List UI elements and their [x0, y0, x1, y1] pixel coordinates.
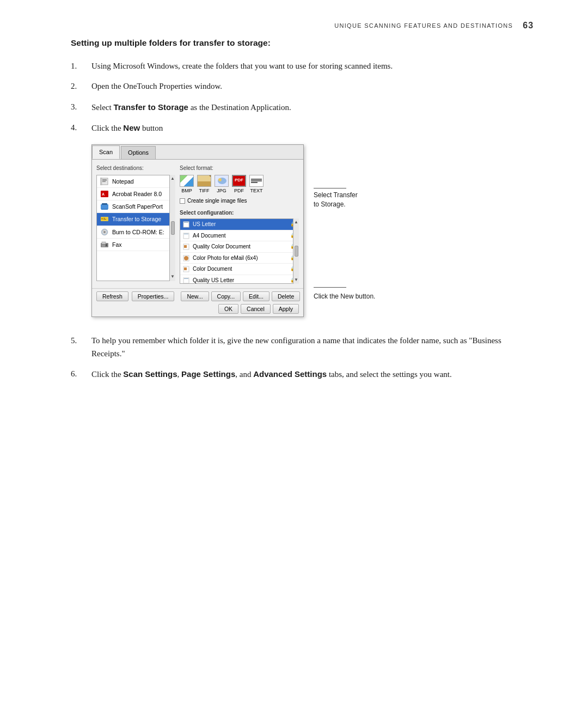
apply-button[interactable]: Apply: [273, 304, 299, 314]
config-scroll-up: ▲: [294, 219, 298, 226]
config-color-doc-icon: [183, 266, 191, 272]
step-1-text: Using Microsoft Windows, create the fold…: [91, 60, 534, 72]
cancel-button[interactable]: Cancel: [241, 304, 271, 314]
destinations-container: Notepad A: [96, 175, 175, 281]
create-single-label: Create single image files: [187, 197, 247, 205]
destinations-scrollbar[interactable]: ▲ ▼: [169, 175, 175, 281]
svg-rect-13: [103, 219, 106, 220]
options-tab[interactable]: Options: [121, 146, 156, 159]
dialog-window: Scan Options Select destinations:: [91, 144, 304, 317]
svg-rect-33: [184, 234, 188, 234]
properties-button[interactable]: Properties...: [132, 291, 175, 301]
config-quality-us-label: Quality US Letter: [193, 276, 234, 284]
svg-rect-41: [184, 278, 188, 279]
step-6-text: Click the Scan Settings, Page Settings, …: [91, 368, 534, 381]
callout-annotations: Select Transferto Storage. Click the New…: [314, 144, 375, 302]
svg-rect-1: [102, 179, 107, 180]
bmp-icon-img: [180, 175, 194, 187]
svg-rect-35: [184, 245, 187, 248]
fax-icon: [100, 241, 109, 248]
dialog-bottom-bar: Refresh Properties... New... Copy... Edi…: [92, 288, 303, 317]
config-container: US Letter 🔒 A4 Document 🔒: [180, 218, 299, 284]
dest-notepad-label: Notepad: [112, 177, 134, 186]
config-quality-color-label: Quality Color Document: [193, 242, 250, 251]
scroll-up-arrow: ▲: [170, 175, 175, 182]
dest-acrobat[interactable]: A Acrobat Reader 8.0: [97, 188, 175, 200]
config-color-doc[interactable]: Color Document 🔒: [180, 264, 298, 275]
dest-scansoft[interactable]: ScanSoft PaperPort: [97, 200, 175, 213]
pdf-icon-img: PDF: [232, 175, 246, 187]
step-1-num: 1.: [71, 60, 91, 72]
destinations-list: Notepad A: [96, 175, 175, 281]
copy-button[interactable]: Copy...: [211, 291, 241, 301]
format-jpg[interactable]: JPG: [215, 175, 229, 195]
text-label: TEXT: [250, 187, 262, 195]
notepad-icon: [100, 178, 109, 185]
step-5-num: 5.: [71, 334, 91, 347]
svg-rect-4: [100, 178, 102, 185]
format-pdf[interactable]: PDF PDF: [232, 175, 246, 195]
svg-rect-7: [101, 204, 108, 209]
tiff-label: TIFF: [199, 187, 210, 195]
step-1: 1. Using Microsoft Windows, create the f…: [71, 60, 534, 72]
step-5: 5. To help you remember which folder it …: [71, 334, 534, 360]
config-scroll-down: ▼: [294, 277, 298, 283]
callout-select-transfer: Select Transferto Storage.: [314, 188, 375, 209]
jpg-icon-img: [215, 175, 229, 187]
destinations-label: Select destinations:: [96, 164, 175, 173]
config-color-photo-icon: [183, 255, 191, 261]
scansoft-icon: [100, 203, 109, 210]
config-a4-label: A4 Document: [193, 232, 226, 240]
pdf-label: PDF: [234, 187, 244, 195]
config-quality-us[interactable]: Quality US Letter 🔒: [180, 275, 298, 284]
delete-button[interactable]: Delete: [272, 291, 300, 301]
text-icon-img: [249, 175, 264, 187]
ok-cancel-buttons: OK Cancel Apply: [218, 304, 299, 314]
dest-fax-label: Fax: [112, 240, 122, 249]
format-tiff[interactable]: TIFF: [197, 175, 211, 195]
format-text[interactable]: TEXT: [249, 175, 264, 195]
format-row: BMP TIFF: [180, 175, 299, 195]
scroll-down-arrow: ▼: [170, 273, 175, 280]
tiff-icon-img: [197, 175, 211, 187]
dest-storage[interactable]: Transfer to Storage: [97, 213, 175, 226]
config-a4-doc[interactable]: A4 Document 🔒: [180, 230, 298, 242]
create-single-checkbox[interactable]: [180, 198, 185, 204]
edit-button[interactable]: Edit...: [243, 291, 270, 301]
config-color-photo[interactable]: Color Photo for eMail (6x4) 🔒: [180, 253, 298, 264]
callout-line-2: [314, 287, 346, 288]
dest-cdrom[interactable]: Burn to CD-ROM: E:: [97, 226, 175, 239]
config-a4-icon: [183, 233, 191, 239]
scrollbar-thumb: [171, 221, 175, 235]
config-scrollbar[interactable]: ▲ ▼: [293, 218, 299, 284]
dest-cdrom-label: Burn to CD-ROM: E:: [112, 228, 164, 236]
step-2-text: Open the OneTouch Properties window.: [91, 80, 534, 93]
callout-click-new-text: Click the New button.: [314, 293, 375, 300]
section-heading: Setting up multiple folders for transfer…: [71, 38, 534, 48]
svg-point-18: [103, 230, 104, 230]
refresh-button[interactable]: Refresh: [96, 291, 128, 301]
config-quality-color[interactable]: Quality Color Document 🔒: [180, 241, 298, 253]
step-5-text: To help you remember which folder it is,…: [91, 334, 534, 360]
step-6-num: 6.: [71, 368, 91, 380]
svg-rect-21: [106, 244, 107, 246]
config-list: US Letter 🔒 A4 Document 🔒: [180, 218, 299, 284]
step-4: 4. Click the New button Scan Options: [71, 121, 534, 327]
format-bmp[interactable]: BMP: [180, 175, 194, 195]
step-3-text: Select Transfer to Storage as the Destin…: [91, 101, 534, 114]
step-3-num: 3.: [71, 101, 91, 113]
dest-notepad[interactable]: Notepad: [97, 175, 175, 188]
config-us-letter[interactable]: US Letter 🔒: [180, 219, 298, 230]
scan-tab[interactable]: Scan: [92, 145, 120, 159]
svg-point-37: [184, 256, 188, 260]
svg-rect-39: [184, 267, 187, 270]
svg-point-16: [104, 232, 105, 233]
ok-button[interactable]: OK: [218, 304, 238, 314]
callout-click-new-content: Click the New button.: [314, 287, 375, 302]
config-scrollbar-thumb: [295, 246, 298, 257]
step-3: 3. Select Transfer to Storage as the Des…: [71, 101, 534, 114]
new-button[interactable]: New...: [181, 291, 209, 301]
dest-fax[interactable]: Fax: [97, 239, 175, 251]
callout-line-1: [314, 188, 346, 188]
config-us-letter-icon: [183, 221, 191, 228]
